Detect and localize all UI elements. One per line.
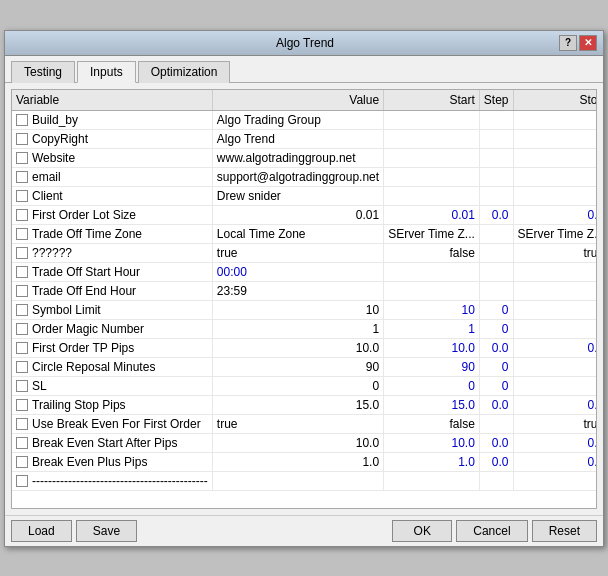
start-cell[interactable] [384, 148, 480, 167]
value-cell[interactable]: 10 [212, 300, 383, 319]
row-checkbox[interactable] [16, 361, 28, 373]
step-cell[interactable] [479, 224, 513, 243]
row-checkbox[interactable] [16, 323, 28, 335]
reset-button[interactable]: Reset [532, 520, 597, 542]
row-checkbox[interactable] [16, 399, 28, 411]
save-button[interactable]: Save [76, 520, 137, 542]
value-cell[interactable]: true [212, 243, 383, 262]
row-checkbox[interactable] [16, 171, 28, 183]
row-checkbox[interactable] [16, 114, 28, 126]
value-cell[interactable]: 00:00 [212, 262, 383, 281]
cancel-button[interactable]: Cancel [456, 520, 527, 542]
stop-cell[interactable]: 0 [513, 319, 597, 338]
start-cell[interactable] [384, 262, 480, 281]
step-cell[interactable]: 0 [479, 376, 513, 395]
variables-table-container[interactable]: Variable Value Start Step Stop Build_byA… [11, 89, 597, 509]
start-cell[interactable]: 1 [384, 319, 480, 338]
value-cell[interactable]: 23:59 [212, 281, 383, 300]
value-cell[interactable]: 90 [212, 357, 383, 376]
start-cell[interactable]: SErver Time Z... [384, 224, 480, 243]
close-button[interactable]: ✕ [579, 35, 597, 51]
stop-cell[interactable]: 0.0 [513, 338, 597, 357]
start-cell[interactable]: false [384, 414, 480, 433]
value-cell[interactable]: Algo Trend [212, 129, 383, 148]
row-checkbox[interactable] [16, 266, 28, 278]
stop-cell[interactable] [513, 129, 597, 148]
start-cell[interactable]: 90 [384, 357, 480, 376]
start-cell[interactable]: 10.0 [384, 338, 480, 357]
stop-cell[interactable]: SErver Time Z... [513, 224, 597, 243]
step-cell[interactable] [479, 186, 513, 205]
start-cell[interactable]: 15.0 [384, 395, 480, 414]
value-cell[interactable]: Drew snider [212, 186, 383, 205]
row-checkbox[interactable] [16, 190, 28, 202]
stop-cell[interactable] [513, 167, 597, 186]
value-cell[interactable]: true [212, 414, 383, 433]
stop-cell[interactable] [513, 281, 597, 300]
row-checkbox[interactable] [16, 475, 28, 487]
stop-cell[interactable] [513, 110, 597, 129]
start-cell[interactable]: 0.01 [384, 205, 480, 224]
stop-cell[interactable]: 0.0 [513, 433, 597, 452]
value-cell[interactable]: 1.0 [212, 452, 383, 471]
row-checkbox[interactable] [16, 228, 28, 240]
start-cell[interactable]: false [384, 243, 480, 262]
step-cell[interactable]: 0.0 [479, 205, 513, 224]
stop-cell[interactable]: 0.0 [513, 205, 597, 224]
value-cell[interactable]: Local Time Zone [212, 224, 383, 243]
step-cell[interactable] [479, 262, 513, 281]
value-cell[interactable]: 0 [212, 376, 383, 395]
step-cell[interactable] [479, 110, 513, 129]
value-cell[interactable] [212, 471, 383, 490]
stop-cell[interactable]: 0.0 [513, 452, 597, 471]
start-cell[interactable] [384, 167, 480, 186]
value-cell[interactable]: 0.01 [212, 205, 383, 224]
start-cell[interactable] [384, 110, 480, 129]
start-cell[interactable] [384, 471, 480, 490]
step-cell[interactable] [479, 281, 513, 300]
start-cell[interactable]: 1.0 [384, 452, 480, 471]
value-cell[interactable]: Algo Trading Group [212, 110, 383, 129]
step-cell[interactable]: 0 [479, 319, 513, 338]
value-cell[interactable]: www.algotradinggroup.net [212, 148, 383, 167]
value-cell[interactable]: 1 [212, 319, 383, 338]
step-cell[interactable]: 0.0 [479, 433, 513, 452]
row-checkbox[interactable] [16, 247, 28, 259]
tab-testing[interactable]: Testing [11, 61, 75, 83]
step-cell[interactable]: 0.0 [479, 452, 513, 471]
row-checkbox[interactable] [16, 209, 28, 221]
stop-cell[interactable] [513, 262, 597, 281]
stop-cell[interactable]: 0 [513, 300, 597, 319]
start-cell[interactable] [384, 186, 480, 205]
step-cell[interactable] [479, 167, 513, 186]
row-checkbox[interactable] [16, 456, 28, 468]
stop-cell[interactable] [513, 186, 597, 205]
step-cell[interactable] [479, 414, 513, 433]
value-cell[interactable]: 10.0 [212, 433, 383, 452]
row-checkbox[interactable] [16, 418, 28, 430]
start-cell[interactable] [384, 129, 480, 148]
ok-button[interactable]: OK [392, 520, 452, 542]
tab-inputs[interactable]: Inputs [77, 61, 136, 83]
start-cell[interactable]: 10 [384, 300, 480, 319]
stop-cell[interactable] [513, 471, 597, 490]
step-cell[interactable]: 0 [479, 357, 513, 376]
step-cell[interactable] [479, 148, 513, 167]
stop-cell[interactable]: 0 [513, 357, 597, 376]
value-cell[interactable]: support@algotradinggroup.net [212, 167, 383, 186]
step-cell[interactable]: 0.0 [479, 395, 513, 414]
row-checkbox[interactable] [16, 285, 28, 297]
load-button[interactable]: Load [11, 520, 72, 542]
step-cell[interactable] [479, 471, 513, 490]
start-cell[interactable]: 10.0 [384, 433, 480, 452]
value-cell[interactable]: 10.0 [212, 338, 383, 357]
row-checkbox[interactable] [16, 437, 28, 449]
step-cell[interactable] [479, 243, 513, 262]
stop-cell[interactable]: 0 [513, 376, 597, 395]
tab-optimization[interactable]: Optimization [138, 61, 231, 83]
stop-cell[interactable]: true [513, 243, 597, 262]
row-checkbox[interactable] [16, 304, 28, 316]
stop-cell[interactable]: 0.0 [513, 395, 597, 414]
step-cell[interactable]: 0 [479, 300, 513, 319]
row-checkbox[interactable] [16, 133, 28, 145]
